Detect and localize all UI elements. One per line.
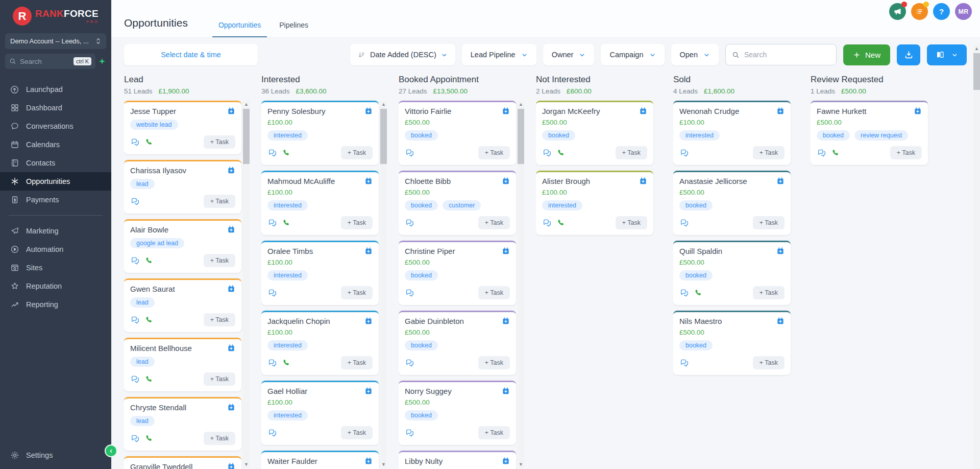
sidebar-item-marketing[interactable]: Marketing xyxy=(0,222,111,240)
phone-icon[interactable] xyxy=(144,256,153,265)
add-task-button[interactable]: + Task xyxy=(753,146,785,159)
scroll-up-arrow[interactable]: ▲ xyxy=(974,45,979,52)
column-scrollbar[interactable]: ▲▼ xyxy=(243,101,250,468)
filter-dropdown-campaign[interactable]: Campaign xyxy=(601,44,664,65)
opportunity-card[interactable]: Gwen Sauratlead+ Task xyxy=(124,278,241,332)
import-export-button[interactable] xyxy=(897,44,920,65)
sidebar-search[interactable]: ctrl K xyxy=(5,54,95,69)
calendar-plus-icon[interactable] xyxy=(227,225,235,233)
opportunity-card[interactable]: Anastasie Jellicorse£500.00booked+ Task xyxy=(673,171,791,235)
phone-icon[interactable] xyxy=(144,375,153,384)
sidebar-item-contacts[interactable]: Contacts xyxy=(0,154,111,172)
calendar-plus-icon[interactable] xyxy=(914,107,922,115)
date-range-button[interactable]: Select date & time xyxy=(124,44,258,65)
opportunity-card[interactable]: Jorgan McKeefry£500.00booked+ Task xyxy=(536,101,653,165)
calendar-plus-icon[interactable] xyxy=(364,387,373,395)
calendar-plus-icon[interactable] xyxy=(364,247,373,255)
opportunity-card[interactable]: Charissa Ilyasovlead+ Task xyxy=(124,160,241,214)
opportunity-card[interactable]: Jackquelin Chopin£100.00interested+ Task xyxy=(261,311,379,375)
announcements-icon-button[interactable] xyxy=(889,3,906,20)
phone-icon[interactable] xyxy=(556,149,565,157)
calendar-plus-icon[interactable] xyxy=(776,177,785,185)
board-search[interactable] xyxy=(725,44,837,65)
chat-icon[interactable] xyxy=(267,148,278,158)
sidebar-item-calendars[interactable]: Calendars xyxy=(0,135,111,154)
chat-icon[interactable] xyxy=(130,197,140,206)
add-task-button[interactable]: + Task xyxy=(753,356,785,369)
calendar-plus-icon[interactable] xyxy=(502,457,510,465)
phone-icon[interactable] xyxy=(144,138,153,147)
scroll-up-arrow[interactable]: ▲ xyxy=(244,101,249,108)
chat-icon[interactable] xyxy=(542,218,552,228)
calendar-plus-icon[interactable] xyxy=(776,107,785,115)
chat-icon[interactable] xyxy=(405,218,415,228)
calendar-plus-icon[interactable] xyxy=(502,387,510,395)
opportunity-card[interactable]: Chloette Bibb£500.00bookedcustomer+ Task xyxy=(399,171,516,235)
add-task-button[interactable]: + Task xyxy=(204,254,235,267)
phone-icon[interactable] xyxy=(282,219,290,227)
add-task-button[interactable]: + Task xyxy=(753,216,785,229)
add-task-button[interactable]: + Task xyxy=(204,432,235,445)
scroll-down-arrow[interactable]: ▼ xyxy=(381,461,386,468)
add-task-button[interactable]: + Task xyxy=(341,216,373,229)
chat-icon[interactable] xyxy=(679,358,690,368)
page-scrollbar[interactable]: ▲ xyxy=(973,45,980,469)
chat-icon[interactable] xyxy=(405,358,415,368)
sidebar-item-dashboard[interactable]: Dashboard xyxy=(0,99,111,117)
phone-icon[interactable] xyxy=(282,359,290,367)
calendar-plus-icon[interactable] xyxy=(502,107,510,115)
opportunity-card[interactable]: Milicent Bellhouselead+ Task xyxy=(124,338,241,391)
calendar-plus-icon[interactable] xyxy=(364,317,373,325)
chat-icon[interactable] xyxy=(405,288,415,298)
chat-icon[interactable] xyxy=(267,288,278,298)
sidebar-item-sites[interactable]: Sites xyxy=(0,259,111,277)
phone-icon[interactable] xyxy=(144,316,153,324)
opportunity-card[interactable]: Gabie Duinbleton£500.00booked+ Task xyxy=(399,311,516,375)
add-task-button[interactable]: + Task xyxy=(478,426,510,439)
add-task-button[interactable]: + Task xyxy=(890,146,922,159)
opportunity-card[interactable]: Gael Holliar£100.00interested+ Task xyxy=(261,381,379,445)
chat-icon[interactable] xyxy=(267,218,278,228)
calendar-plus-icon[interactable] xyxy=(364,177,373,185)
sidebar-item-reputation[interactable]: Reputation xyxy=(0,277,111,295)
chat-icon[interactable] xyxy=(817,148,827,158)
sidebar-item-launchpad[interactable]: Launchpad xyxy=(0,80,111,99)
scroll-down-arrow[interactable]: ▼ xyxy=(244,461,249,468)
phone-icon[interactable] xyxy=(831,149,840,157)
sidebar-collapse-button[interactable] xyxy=(105,444,117,457)
column-scrollbar[interactable]: ▲▼ xyxy=(518,101,524,468)
opportunity-card[interactable]: Alister Brough£100.00interested+ Task xyxy=(536,171,653,235)
updates-list-icon-button[interactable] xyxy=(911,3,928,20)
opportunity-card[interactable]: Christine Piper£500.00booked+ Task xyxy=(399,241,516,305)
opportunity-card[interactable]: Granville Tweddelllead+ Task xyxy=(124,456,241,469)
opportunity-card[interactable]: Libby Nulty£500.00booked+ Task xyxy=(399,451,516,469)
opportunity-card[interactable]: Penny Solesbury£100.00interested+ Task xyxy=(261,101,379,165)
opportunity-card[interactable]: Oralee Timbs£100.00interested+ Task xyxy=(261,241,379,305)
help-icon-button[interactable]: ? xyxy=(933,3,950,20)
scroll-up-arrow[interactable]: ▲ xyxy=(381,101,386,108)
add-task-button[interactable]: + Task xyxy=(341,146,373,159)
sidebar-item-settings[interactable]: Settings xyxy=(0,446,111,464)
chat-icon[interactable] xyxy=(130,374,140,384)
chat-icon[interactable] xyxy=(679,288,690,298)
opportunity-card[interactable]: Waiter Faulder£100.00interested+ Task xyxy=(261,451,379,469)
account-selector[interactable]: Demo Account -- Leeds, ... xyxy=(5,33,106,49)
scroll-down-arrow[interactable]: ▼ xyxy=(519,461,523,468)
calendar-plus-icon[interactable] xyxy=(227,285,235,293)
phone-icon[interactable] xyxy=(556,219,565,227)
calendar-plus-icon[interactable] xyxy=(776,247,785,255)
opportunity-card[interactable]: Mahmoud McAuliffe£100.00interested+ Task xyxy=(261,171,379,235)
calendar-plus-icon[interactable] xyxy=(639,177,647,185)
sidebar-item-automation[interactable]: Automation xyxy=(0,240,111,259)
chat-icon[interactable] xyxy=(267,428,278,438)
tab-opportunities[interactable]: Opportunities xyxy=(212,21,267,37)
opportunity-card[interactable]: Quill Spaldin£500.00booked+ Task xyxy=(673,241,791,305)
scrollbar-thumb[interactable] xyxy=(518,109,524,164)
tab-pipelines[interactable]: Pipelines xyxy=(273,21,314,37)
add-task-button[interactable]: + Task xyxy=(341,286,373,299)
sort-dropdown[interactable]: Date Added (DESC) xyxy=(350,44,455,65)
add-task-button[interactable]: + Task xyxy=(616,146,647,159)
sidebar-item-opportunities[interactable]: Opportunities xyxy=(0,172,111,191)
calendar-plus-icon[interactable] xyxy=(227,403,235,411)
chat-icon[interactable] xyxy=(679,218,690,228)
